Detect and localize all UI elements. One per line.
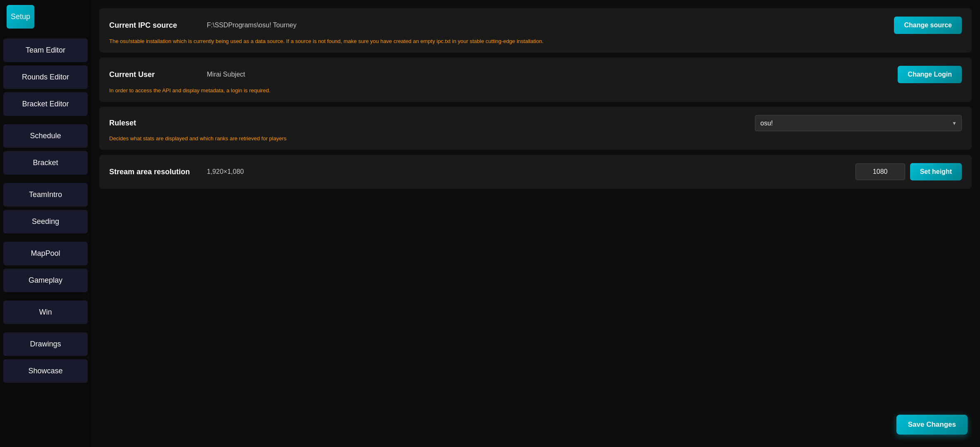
stream-resolution-card: Stream area resolution 1,920×1,080 Set h… xyxy=(99,155,972,189)
main-content: Current IPC source F:\SSDPrograms\osu! T… xyxy=(91,0,980,447)
sidebar-item-team-editor[interactable]: Team Editor xyxy=(3,38,88,62)
sidebar-item-schedule[interactable]: Schedule xyxy=(3,124,88,148)
sidebar-item-mappool[interactable]: MapPool xyxy=(3,242,88,265)
ruleset-select[interactable]: osu! osu!taiko osu!catch osu!mania xyxy=(755,115,962,131)
save-changes-container: Save Changes xyxy=(896,415,968,435)
sidebar-item-rounds-editor[interactable]: Rounds Editor xyxy=(3,65,88,89)
sidebar-item-showcase[interactable]: Showcase xyxy=(3,359,88,383)
change-login-button[interactable]: Change Login xyxy=(898,66,962,83)
sidebar-item-seeding[interactable]: Seeding xyxy=(3,210,88,233)
sidebar-item-win[interactable]: Win xyxy=(3,300,88,324)
sidebar-item-setup[interactable]: Setup xyxy=(7,5,34,29)
stream-label: Stream area resolution xyxy=(109,168,200,176)
user-label: Current User xyxy=(109,70,200,79)
resolution-controls: Set height xyxy=(855,163,962,180)
resolution-height-input[interactable] xyxy=(855,163,905,180)
ruleset-select-wrapper: osu! osu!taiko osu!catch osu!mania xyxy=(755,115,962,131)
sidebar: Setup Team Editor Rounds Editor Bracket … xyxy=(0,0,91,447)
user-value: Mirai Subject xyxy=(200,71,898,78)
sidebar-item-bracket[interactable]: Bracket xyxy=(3,151,88,175)
sidebar-item-team-intro[interactable]: TeamIntro xyxy=(3,183,88,207)
ipc-label: Current IPC source xyxy=(109,21,200,30)
stream-value: 1,920×1,080 xyxy=(200,168,855,175)
change-source-button[interactable]: Change source xyxy=(894,17,962,34)
ipc-warning: The osu!stable installation which is cur… xyxy=(109,38,962,44)
ipc-value: F:\SSDPrograms\osu! Tourney xyxy=(200,22,894,29)
user-warning: In order to access the API and display m… xyxy=(109,87,962,94)
set-height-button[interactable]: Set height xyxy=(910,163,962,180)
ruleset-card: Ruleset osu! osu!taiko osu!catch osu!man… xyxy=(99,107,972,150)
sidebar-item-bracket-editor[interactable]: Bracket Editor xyxy=(3,92,88,116)
current-user-card: Current User Mirai Subject Change Login … xyxy=(99,58,972,102)
sidebar-item-drawings[interactable]: Drawings xyxy=(3,332,88,356)
ruleset-warning: Decides what stats are displayed and whi… xyxy=(109,135,962,142)
ruleset-label: Ruleset xyxy=(109,119,200,127)
sidebar-item-gameplay[interactable]: Gameplay xyxy=(3,269,88,292)
ipc-source-card: Current IPC source F:\SSDPrograms\osu! T… xyxy=(99,8,972,53)
save-changes-button[interactable]: Save Changes xyxy=(896,415,968,435)
